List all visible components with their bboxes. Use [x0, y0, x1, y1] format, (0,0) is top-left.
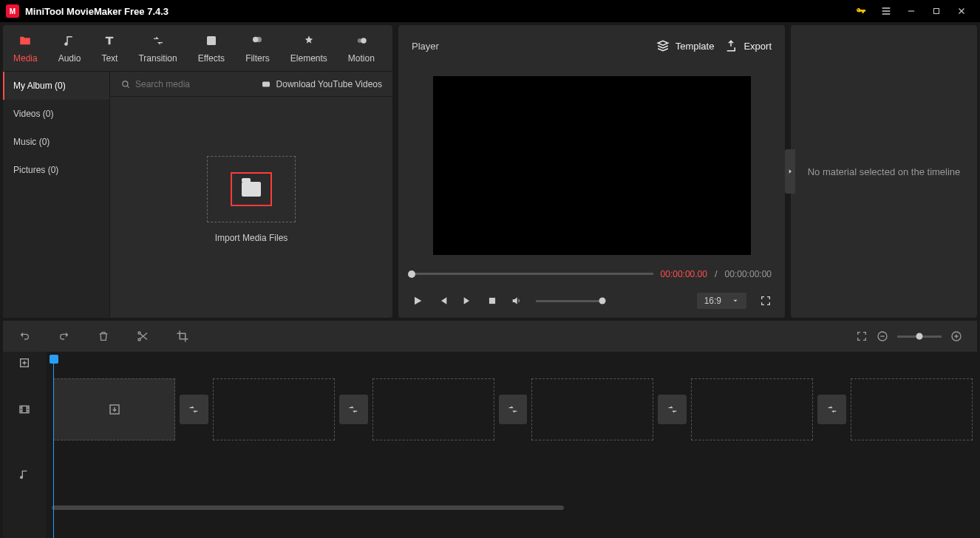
- volume-button[interactable]: [511, 295, 523, 307]
- music-note-icon: [63, 33, 76, 49]
- timecode-duration: 00:00:00:00: [725, 269, 772, 279]
- elements-icon: [302, 33, 316, 49]
- sidebar-item-videos[interactable]: Videos (0): [3, 100, 109, 128]
- timeline-slot[interactable]: [53, 378, 175, 440]
- folder-icon: [242, 182, 261, 197]
- sidebar-item-music[interactable]: Music (0): [3, 128, 109, 156]
- download-youtube-button[interactable]: Download YouTube Videos: [260, 79, 382, 89]
- fullscreen-button[interactable]: [760, 295, 772, 307]
- transition-slot[interactable]: [817, 395, 846, 424]
- seek-slider[interactable]: [412, 273, 653, 275]
- sidebar-item-my-album[interactable]: My Album (0): [3, 72, 109, 100]
- zoom-slider[interactable]: [897, 336, 942, 338]
- properties-empty-text: No material selected on the timeline: [808, 166, 961, 177]
- transition-slot[interactable]: [339, 395, 368, 424]
- properties-panel: No material selected on the timeline: [791, 25, 977, 318]
- timeline-slot[interactable]: [851, 378, 973, 440]
- motion-icon: [355, 33, 368, 49]
- app-title: MiniTool MovieMaker Free 7.4.3: [25, 6, 169, 17]
- download-icon: [108, 403, 121, 416]
- next-frame-button[interactable]: [462, 295, 474, 307]
- preview-canvas[interactable]: [433, 76, 751, 255]
- transition-slot[interactable]: [499, 395, 528, 424]
- transition-slot[interactable]: [180, 395, 208, 424]
- maximize-button[interactable]: [924, 0, 949, 22]
- audio-track-icon: [3, 445, 46, 504]
- split-button[interactable]: [136, 330, 149, 343]
- tab-effects[interactable]: Effects: [188, 33, 235, 64]
- timeline-panel: [3, 321, 977, 538]
- delete-button[interactable]: [98, 330, 109, 343]
- add-track-button[interactable]: [3, 352, 46, 374]
- main-tabs: Media Audio Text Transition Effects Filt…: [3, 25, 392, 72]
- tab-elements[interactable]: Elements: [280, 33, 338, 64]
- media-drop-zone[interactable]: Import Media Files: [110, 97, 392, 318]
- timeline-scrollbar[interactable]: [46, 504, 977, 511]
- minimize-button[interactable]: [899, 0, 924, 22]
- svg-rect-8: [489, 298, 495, 304]
- audio-track[interactable]: [46, 445, 977, 504]
- svg-rect-1: [207, 36, 216, 45]
- timecode-current: 00:00:00.00: [661, 269, 707, 279]
- prev-frame-button[interactable]: [437, 295, 449, 307]
- media-category-list: My Album (0) Videos (0) Music (0) Pictur…: [3, 72, 110, 318]
- export-button[interactable]: Export: [724, 39, 772, 52]
- video-track[interactable]: [46, 374, 977, 445]
- tab-motion[interactable]: Motion: [338, 33, 385, 64]
- video-track-icon: [3, 374, 46, 445]
- play-button[interactable]: [412, 295, 423, 307]
- undo-button[interactable]: [18, 330, 31, 342]
- close-button[interactable]: [949, 0, 974, 22]
- chevron-down-icon: [732, 297, 739, 304]
- transition-slot[interactable]: [658, 395, 687, 424]
- auto-fit-button[interactable]: [856, 330, 868, 342]
- template-button[interactable]: Template: [656, 39, 715, 52]
- crop-button[interactable]: [176, 330, 189, 343]
- sidebar-item-pictures[interactable]: Pictures (0): [3, 156, 109, 184]
- svg-point-5: [358, 38, 362, 43]
- svg-point-6: [123, 81, 128, 86]
- tab-text[interactable]: Text: [91, 33, 128, 64]
- player-title: Player: [412, 41, 439, 52]
- tab-audio[interactable]: Audio: [48, 33, 92, 64]
- activate-key-icon[interactable]: [848, 0, 874, 22]
- tab-transition[interactable]: Transition: [128, 33, 187, 64]
- svg-rect-14: [20, 406, 29, 412]
- timeline-slot[interactable]: [372, 378, 494, 440]
- tab-filters[interactable]: Filters: [235, 33, 280, 64]
- playhead[interactable]: [53, 355, 54, 538]
- effects-icon: [205, 33, 218, 49]
- svg-point-10: [138, 338, 140, 341]
- collapse-properties-button[interactable]: [785, 149, 795, 194]
- template-icon: [656, 39, 670, 52]
- youtube-icon: [260, 80, 272, 89]
- text-icon: [102, 33, 117, 49]
- player-panel: Player Template Export 00:00:00.00 / 00:…: [398, 25, 785, 318]
- import-box[interactable]: [207, 156, 296, 222]
- media-panel: Media Audio Text Transition Effects Filt…: [3, 25, 392, 318]
- search-input[interactable]: [135, 79, 239, 89]
- stop-button[interactable]: [487, 296, 497, 306]
- timeline-slot[interactable]: [213, 378, 335, 440]
- timeline-slot[interactable]: [691, 378, 813, 440]
- svg-point-9: [138, 332, 140, 334]
- timeline-ruler[interactable]: [46, 352, 977, 374]
- search-icon: [120, 79, 131, 89]
- redo-button[interactable]: [58, 330, 71, 342]
- svg-point-3: [256, 37, 262, 43]
- svg-rect-7: [262, 81, 270, 86]
- aspect-ratio-select[interactable]: 16:9: [697, 293, 746, 309]
- chevron-right-icon: [787, 167, 793, 176]
- filters-icon: [250, 33, 265, 49]
- volume-slider[interactable]: [536, 300, 602, 302]
- preview-area: [398, 67, 785, 264]
- zoom-out-button[interactable]: [877, 330, 888, 342]
- svg-rect-0: [934, 9, 939, 14]
- timeline-slot[interactable]: [531, 378, 653, 440]
- zoom-in-button[interactable]: [950, 330, 962, 342]
- title-bar: M MiniTool MovieMaker Free 7.4.3: [0, 0, 980, 22]
- tab-media[interactable]: Media: [3, 33, 48, 64]
- hamburger-menu-icon[interactable]: [874, 0, 899, 22]
- export-icon: [724, 39, 738, 52]
- folder-icon: [17, 33, 33, 49]
